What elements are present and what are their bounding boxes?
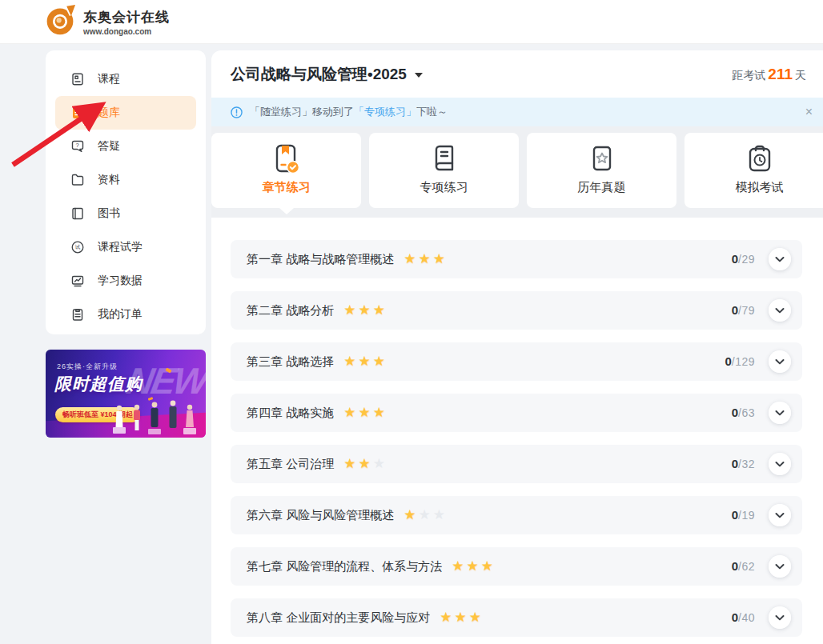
course-switcher[interactable]: 公司战略与风险管理•2025	[231, 64, 423, 85]
sidebar-item-label: 学习数据	[98, 274, 143, 288]
sidebar-nav: 课程题库?答疑资料图书试课程试学学习数据我的订单	[46, 62, 206, 331]
tab-label: 模拟考试	[736, 180, 784, 195]
notice-text: 「随堂练习」移动到了	[250, 106, 354, 118]
tab-past-papers[interactable]: 历年真题	[527, 133, 676, 208]
chapter-row[interactable]: 第八章 企业面对的主要风险与应对★★★0/40	[231, 598, 802, 637]
tab-label: 章节练习	[263, 180, 311, 195]
exam-countdown: 距考试 211 天	[732, 66, 806, 83]
chapter-practice-icon	[269, 142, 304, 178]
chapter-progress: 0/79	[732, 303, 755, 318]
sidebar-item-label: 我的订单	[98, 307, 143, 322]
sidebar-item-question-bank[interactable]: 题库	[55, 96, 196, 130]
sidebar-item-label: 资料	[98, 173, 120, 187]
tab-chapter-practice[interactable]: 章节练习	[211, 133, 361, 208]
sidebar-item-label: 答疑	[98, 139, 120, 154]
chapter-row[interactable]: 第五章 公司治理★★★0/32	[231, 445, 802, 483]
chapter-row[interactable]: 第二章 战略分析★★★0/79	[231, 291, 802, 330]
chevron-down-icon	[415, 73, 423, 78]
orders-clipboard-icon	[70, 307, 85, 322]
dongao-logo[interactable]: 东奥会计在线 www.dongao.com	[44, 4, 170, 39]
brand-url: www.dongao.com	[83, 27, 170, 36]
chevron-down-icon[interactable]	[769, 453, 791, 475]
chevron-down-icon[interactable]	[769, 555, 791, 578]
chapter-row[interactable]: 第一章 战略与战略管理概述★★★0/29	[231, 240, 802, 278]
promo-people-figures	[110, 398, 204, 434]
chevron-down-icon[interactable]	[769, 606, 791, 629]
notice-text-after: 下啦～	[416, 106, 448, 118]
chapter-title: 第五章 公司治理	[247, 457, 334, 472]
mock-exam-icon	[742, 142, 777, 178]
sidebar-item-label: 课程	[98, 72, 120, 86]
chapter-title: 第八章 企业面对的主要风险与应对	[247, 610, 430, 626]
question-bank-icon	[70, 106, 85, 120]
past-papers-icon	[584, 142, 620, 178]
promo-tagline: 26实操·全新升级	[57, 362, 118, 372]
sidebar-item-label: 题库	[98, 106, 120, 120]
chapter-row[interactable]: 第七章 风险管理的流程、体系与方法★★★0/62	[231, 547, 802, 586]
sidebar-item-qa[interactable]: ?答疑	[55, 130, 196, 163]
chevron-down-icon[interactable]	[769, 402, 791, 424]
promo-banner[interactable]: NEW 26实操·全新升级 限时超值购 畅听班低至 ¥104/期起	[46, 350, 206, 438]
chapter-title: 第六章 风险与风险管理概述	[247, 508, 394, 523]
sidebar-item-my-orders[interactable]: 我的订单	[55, 298, 196, 331]
chapter-difficulty-stars: ★★★	[403, 252, 448, 266]
sidebar-item-courses[interactable]: 课程	[55, 62, 196, 96]
chapter-title: 第四章 战略实施	[247, 406, 334, 421]
chevron-down-icon[interactable]	[769, 350, 791, 373]
sidebar: 课程题库?答疑资料图书试课程试学学习数据我的订单	[46, 50, 206, 334]
chevron-down-icon[interactable]	[769, 248, 791, 270]
chapter-title: 第二章 战略分析	[247, 303, 334, 318]
tab-label: 历年真题	[578, 180, 626, 195]
chapter-list: 第一章 战略与战略管理概述★★★0/29第二章 战略分析★★★0/79第三章 战…	[211, 218, 823, 637]
book-icon	[70, 206, 85, 221]
chapter-title: 第一章 战略与战略管理概述	[247, 252, 394, 267]
chapter-progress: 0/40	[732, 610, 755, 625]
study-data-icon	[70, 274, 85, 288]
trial-circle-icon: 试	[70, 240, 85, 254]
countdown-days: 211	[768, 66, 793, 83]
sidebar-item-label: 课程试学	[98, 240, 143, 254]
sidebar-item-books[interactable]: 图书	[55, 197, 196, 230]
main-content: 公司战略与风险管理•2025 距考试 211 天 「随堂练习」移动到了「专项练习…	[211, 50, 823, 644]
chapter-difficulty-stars: ★★★	[343, 406, 387, 419]
special-practice-icon	[427, 142, 462, 178]
chapter-progress: 0/29	[732, 252, 755, 266]
title-row: 公司战略与风险管理•2025 距考试 211 天	[211, 50, 823, 98]
promo-headline: 限时超值购	[54, 373, 143, 395]
chapter-difficulty-stars: ★★★	[343, 303, 387, 317]
chevron-down-icon[interactable]	[769, 299, 791, 322]
chevron-down-icon[interactable]	[769, 504, 791, 526]
chapter-row[interactable]: 第三章 战略选择★★★0/129	[231, 342, 802, 381]
notice-banner: 「随堂练习」移动到了「专项练习」下啦～ ×	[211, 98, 823, 126]
chapter-title: 第七章 风险管理的流程、体系与方法	[247, 559, 442, 574]
sidebar-item-course-trial[interactable]: 试课程试学	[55, 230, 196, 264]
svg-text:试: 试	[75, 244, 81, 250]
chapter-difficulty-stars: ★★★	[440, 610, 484, 624]
sidebar-item-materials[interactable]: 资料	[55, 163, 196, 197]
tab-mock-exam[interactable]: 模拟考试	[684, 133, 823, 208]
chapter-progress: 0/62	[732, 559, 755, 574]
tab-special-practice[interactable]: 专项练习	[369, 133, 519, 208]
page-title: 公司战略与风险管理•2025	[231, 64, 407, 85]
chapter-progress: 0/19	[732, 508, 755, 522]
close-icon[interactable]: ×	[805, 106, 813, 118]
sidebar-item-label: 图书	[98, 206, 120, 221]
chapter-progress: 0/63	[732, 406, 755, 420]
chapter-title: 第三章 战略选择	[247, 354, 334, 370]
brand-name: 东奥会计在线	[83, 8, 170, 26]
sidebar-item-study-data[interactable]: 学习数据	[55, 264, 196, 298]
top-bar: 东奥会计在线 www.dongao.com	[0, 0, 823, 44]
chapter-row[interactable]: 第四章 战略实施★★★0/63	[231, 394, 802, 432]
qa-chat-icon: ?	[70, 139, 85, 154]
info-icon	[231, 106, 243, 118]
chapter-difficulty-stars: ★★★	[343, 354, 387, 368]
chapter-difficulty-stars: ★★★	[452, 559, 496, 573]
chapter-progress: 0/32	[732, 457, 755, 471]
tab-label: 专项练习	[420, 180, 468, 195]
chapter-row[interactable]: 第六章 风险与风险管理概述★★★0/19	[231, 496, 802, 534]
folder-icon	[70, 173, 85, 187]
page: 东奥会计在线 www.dongao.com 课程题库?答疑资料图书试课程试学学习…	[0, 0, 823, 644]
dongao-logo-icon	[44, 4, 76, 39]
course-icon	[70, 72, 85, 86]
notice-link[interactable]: 「专项练习」	[354, 106, 416, 118]
